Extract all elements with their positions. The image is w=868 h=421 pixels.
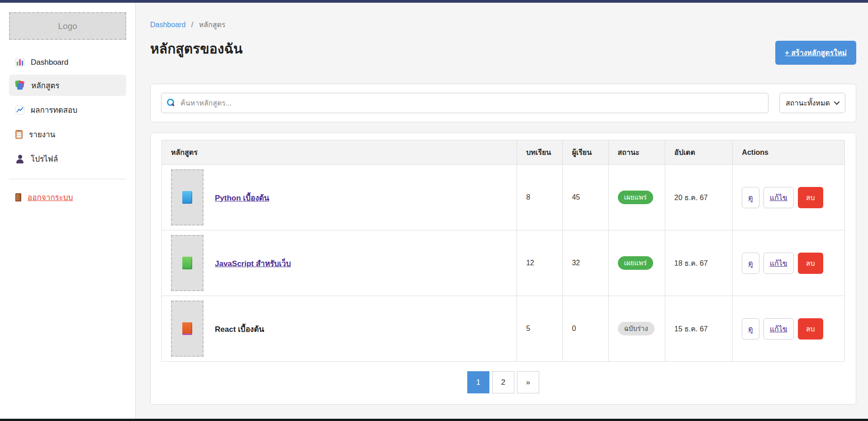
page-title: หลักสูตรของฉัน xyxy=(150,41,242,57)
header-lessons: บทเรียน xyxy=(517,140,563,165)
search-input[interactable] xyxy=(161,93,768,113)
bottom-accent-bar xyxy=(0,419,868,421)
status-filter-value: สถานะทั้งหมด xyxy=(786,97,830,109)
person-icon xyxy=(15,154,24,163)
orange-book-icon xyxy=(182,322,192,335)
logo: Logo xyxy=(9,12,126,40)
search-icon xyxy=(167,99,175,107)
sidebar-divider xyxy=(9,179,126,179)
sidebar-item-reports[interactable]: รายงาน xyxy=(9,124,126,145)
sidebar-item-dashboard[interactable]: Dashboard xyxy=(9,53,126,72)
status-badge: เผยแพร่ xyxy=(618,256,653,270)
course-thumbnail xyxy=(171,235,204,291)
courses-table-card: หลักสูตร บทเรียน ผู้เรียน สถานะ อัปเดต A… xyxy=(150,133,856,405)
sidebar-item-courses[interactable]: หลักสูตร xyxy=(9,75,126,96)
chart-increasing-icon xyxy=(15,105,24,115)
delete-button[interactable]: ลบ xyxy=(798,187,823,208)
table-row: React เบื้องต้น 5 0 ฉบับร่าง 15 ธ.ค. 67 … xyxy=(162,296,845,362)
students-count: 32 xyxy=(563,230,608,296)
header-course: หลักสูตร xyxy=(162,140,517,165)
edit-button[interactable]: แก้ไข xyxy=(764,318,794,340)
chevron-down-icon xyxy=(834,101,840,105)
view-button[interactable]: ดู xyxy=(742,318,759,340)
page-button-1[interactable]: 1 xyxy=(467,371,489,393)
table-row: JavaScript สำหรับเว็บ 12 32 เผยแพร่ 18 ธ… xyxy=(162,230,845,296)
main-content: Dashboard / หลักสูตร หลักสูตรของฉัน + สร… xyxy=(136,3,868,419)
status-badge: เผยแพร่ xyxy=(618,191,653,204)
course-title-link[interactable]: Python เบื้องต้น xyxy=(215,191,269,204)
sidebar: Logo Dashboard หลักสูตร ผลการทดสอบ รายงา… xyxy=(0,3,136,419)
header-students: ผู้เรียน xyxy=(563,140,608,165)
header-actions: Actions xyxy=(733,140,845,165)
sidebar-item-label: Dashboard xyxy=(31,58,68,67)
page-button-2[interactable]: 2 xyxy=(492,371,514,393)
courses-table: หลักสูตร บทเรียน ผู้เรียน สถานะ อัปเดต A… xyxy=(161,140,845,362)
students-count: 45 xyxy=(563,165,608,230)
sidebar-item-profile[interactable]: โปรไฟล์ xyxy=(9,148,126,169)
logout-link[interactable]: ออกจากระบบ xyxy=(9,191,126,203)
updated-date: 20 ธ.ค. 67 xyxy=(665,165,732,230)
create-course-button[interactable]: + สร้างหลักสูตรใหม่ xyxy=(775,41,856,65)
breadcrumb: Dashboard / หลักสูตร xyxy=(150,19,856,30)
course-title: React เบื้องต้น xyxy=(215,323,264,335)
lessons-count: 8 xyxy=(517,165,563,230)
page-header: หลักสูตรของฉัน + สร้างหลักสูตรใหม่ xyxy=(150,41,856,65)
pagination: 1 2 » xyxy=(161,371,845,393)
app-frame: Logo Dashboard หลักสูตร ผลการทดสอบ รายงา… xyxy=(0,3,868,419)
updated-date: 18 ธ.ค. 67 xyxy=(665,230,732,296)
sidebar-item-test-results[interactable]: ผลการทดสอบ xyxy=(9,99,126,120)
updated-date: 15 ธ.ค. 67 xyxy=(665,296,732,362)
lessons-count: 12 xyxy=(517,230,563,296)
edit-button[interactable]: แก้ไข xyxy=(764,253,794,274)
sidebar-item-label: หลักสูตร xyxy=(31,79,59,91)
breadcrumb-dashboard-link[interactable]: Dashboard xyxy=(150,21,185,29)
books-icon xyxy=(15,81,25,90)
bar-chart-icon xyxy=(15,58,24,67)
logout-label: ออกจากระบบ xyxy=(28,191,73,203)
filter-bar: สถานะทั้งหมด xyxy=(150,84,856,122)
page-button-next[interactable]: » xyxy=(517,371,539,393)
table-header-row: หลักสูตร บทเรียน ผู้เรียน สถานะ อัปเดต A… xyxy=(162,140,845,165)
table-row: Python เบื้องต้น 8 45 เผยแพร่ 20 ธ.ค. 67… xyxy=(162,165,845,230)
breadcrumb-current: หลักสูตร xyxy=(199,21,226,29)
door-icon xyxy=(15,193,21,201)
course-thumbnail xyxy=(171,301,204,357)
lessons-count: 5 xyxy=(517,296,563,362)
sidebar-item-label: ผลการทดสอบ xyxy=(31,104,77,116)
status-badge: ฉบับร่าง xyxy=(618,322,655,335)
green-book-icon xyxy=(182,257,192,269)
sidebar-item-label: โปรไฟล์ xyxy=(31,153,58,165)
course-thumbnail xyxy=(171,169,204,225)
view-button[interactable]: ดู xyxy=(742,187,759,208)
breadcrumb-separator: / xyxy=(191,21,193,29)
edit-button[interactable]: แก้ไข xyxy=(764,187,794,208)
view-button[interactable]: ดู xyxy=(742,253,759,274)
sidebar-nav: Dashboard หลักสูตร ผลการทดสอบ รายงาน โปร… xyxy=(9,53,126,169)
blue-book-icon xyxy=(182,191,192,204)
clipboard-icon xyxy=(15,130,23,139)
header-updated: อัปเดต xyxy=(665,140,732,165)
logo-text: Logo xyxy=(58,21,77,31)
sidebar-item-label: รายงาน xyxy=(29,128,55,140)
delete-button[interactable]: ลบ xyxy=(798,318,823,340)
students-count: 0 xyxy=(563,296,608,362)
search-field-wrap xyxy=(161,93,768,113)
course-title-link[interactable]: JavaScript สำหรับเว็บ xyxy=(215,257,291,269)
header-status: สถานะ xyxy=(608,140,665,165)
delete-button[interactable]: ลบ xyxy=(798,253,823,274)
status-filter-select[interactable]: สถานะทั้งหมด xyxy=(779,93,845,113)
